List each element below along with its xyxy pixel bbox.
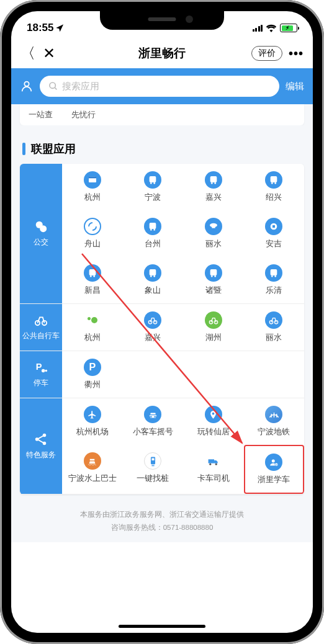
svg-point-1 (50, 83, 55, 88)
category-special-label: 特色服务 (20, 398, 62, 494)
svg-point-12 (214, 182, 216, 184)
app-waterbus[interactable]: 宁波水上巴士 (62, 445, 123, 494)
svg-point-25 (93, 275, 95, 277)
share-icon (34, 432, 48, 446)
svg-point-34 (275, 275, 277, 277)
tags-row: 一站查 先忧行 (20, 104, 304, 125)
user-icon[interactable] (20, 79, 34, 93)
svg-rect-54 (151, 457, 155, 464)
svg-point-44 (42, 369, 45, 373)
svg-line-49 (38, 436, 43, 439)
svg-point-30 (211, 275, 213, 277)
nav-bar: 〈 ✕ 浙里畅行 评价 ••• (11, 38, 313, 68)
svg-rect-55 (151, 458, 154, 460)
wifi-icon (266, 24, 277, 32)
svg-point-39 (209, 321, 212, 324)
svg-point-15 (275, 182, 277, 184)
status-time: 18:55 (27, 22, 53, 34)
screen: 18:55 ⚡︎ 〈 ✕ 浙里畅行 评价 ••• 搜索应用 (11, 11, 313, 633)
svg-rect-20 (212, 225, 215, 228)
svg-point-18 (154, 229, 156, 231)
search-placeholder: 搜索应用 (62, 81, 99, 92)
category-bike-label: 公共自行车 (20, 304, 62, 351)
app-anji[interactable]: 安吉 (244, 210, 305, 257)
svg-point-41 (270, 321, 273, 324)
svg-point-17 (150, 229, 152, 231)
svg-point-31 (214, 275, 216, 277)
svg-rect-32 (271, 269, 277, 275)
app-bike-jiaxing[interactable]: 嘉兴 (123, 304, 184, 351)
app-lishui[interactable]: 丽水 (183, 210, 244, 257)
tag-item[interactable]: 一站查 (29, 109, 53, 120)
edit-button[interactable]: 编辑 (286, 81, 304, 92)
svg-point-33 (271, 275, 273, 277)
svg-point-57 (209, 463, 211, 465)
svg-point-8 (150, 182, 152, 184)
bike-icon (34, 313, 48, 327)
app-airport[interactable]: 杭州机场 (62, 398, 123, 445)
svg-rect-23 (89, 269, 96, 275)
location-pin-icon (34, 220, 48, 233)
app-xianju[interactable]: 玩转仙居 (183, 398, 244, 445)
search-input[interactable]: 搜索应用 (40, 76, 279, 97)
category-bus-label: 公交 (20, 164, 62, 303)
svg-point-24 (90, 275, 92, 277)
app-zhuji[interactable]: 诸暨 (183, 257, 244, 303)
svg-rect-56 (209, 459, 215, 463)
app-truck[interactable]: 卡车司机 (183, 445, 244, 494)
app-driving-school[interactable]: 浙里学车 (244, 445, 305, 494)
back-button[interactable]: 〈 (20, 43, 35, 63)
notch (100, 11, 224, 30)
app-bike-hangzhou[interactable]: 杭州 (62, 304, 123, 351)
evaluate-button[interactable]: 评价 (251, 46, 282, 61)
svg-point-0 (24, 82, 29, 86)
svg-point-28 (154, 275, 156, 277)
close-button[interactable]: ✕ (43, 45, 55, 62)
app-bike-lishui[interactable]: 丽水 (244, 304, 305, 351)
svg-point-35 (35, 321, 40, 325)
svg-point-59 (272, 459, 275, 462)
app-park-quzhou[interactable]: P衢州 (62, 351, 123, 398)
section-header: 联盟应用 (20, 125, 304, 164)
svg-rect-16 (150, 223, 156, 229)
app-yueqing[interactable]: 乐清 (244, 257, 305, 303)
category-park: P 停车 P衢州 (20, 351, 304, 398)
tag-item[interactable]: 先忧行 (71, 109, 96, 120)
svg-point-4 (40, 225, 47, 232)
svg-point-37 (149, 321, 152, 324)
svg-point-11 (211, 182, 213, 184)
app-shaoxing[interactable]: 绍兴 (244, 164, 305, 210)
category-bike: 公共自行车 杭州 嘉兴 湖州 丽水 (20, 304, 304, 351)
svg-point-27 (150, 275, 152, 277)
content: 联盟应用 公交 杭州 宁波 嘉兴 绍兴 舟山 台州 丽水 (11, 125, 313, 542)
app-hangzhou[interactable]: 杭州 (62, 164, 123, 210)
svg-point-45 (45, 370, 47, 372)
app-jiaxing[interactable]: 嘉兴 (183, 164, 244, 210)
svg-point-9 (154, 182, 156, 184)
app-zhoushan[interactable]: 舟山 (62, 210, 123, 257)
app-xiangshan[interactable]: 象山 (123, 257, 184, 303)
section-title: 联盟应用 (31, 141, 76, 156)
svg-line-50 (38, 439, 43, 442)
home-indicator[interactable] (119, 625, 205, 628)
app-ningbo[interactable]: 宁波 (123, 164, 184, 210)
category-park-label: P 停车 (20, 351, 62, 398)
phone-frame: 18:55 ⚡︎ 〈 ✕ 浙里畅行 评价 ••• 搜索应用 (0, 0, 324, 644)
alliance-card: 公交 杭州 宁波 嘉兴 绍兴 舟山 台州 丽水 安吉 新昌 象山 诸暨 (20, 164, 304, 494)
category-bus: 公交 杭州 宁波 嘉兴 绍兴 舟山 台州 丽水 安吉 新昌 象山 诸暨 (20, 164, 304, 304)
app-lottery[interactable]: 小客车摇号 (123, 398, 184, 445)
svg-rect-6 (89, 177, 96, 179)
app-xinchang[interactable]: 新昌 (62, 257, 123, 303)
app-charging[interactable]: 一键找桩 (123, 445, 184, 494)
cellular-icon (253, 24, 263, 32)
footer-text: 本服务由浙江政务服务网、浙江省交通运输厅提供 咨询服务热线：0571-88808… (20, 494, 304, 542)
more-icon[interactable]: ••• (289, 47, 304, 61)
svg-point-14 (271, 182, 273, 184)
app-metro[interactable]: 宁波地铁 (244, 398, 305, 445)
svg-rect-7 (150, 176, 156, 182)
svg-text:P: P (36, 362, 42, 372)
app-bike-huzhou[interactable]: 湖州 (183, 304, 244, 351)
page-title: 浙里畅行 (138, 45, 186, 61)
app-taizhou[interactable]: 台州 (123, 210, 184, 257)
location-arrow-icon (55, 24, 65, 33)
